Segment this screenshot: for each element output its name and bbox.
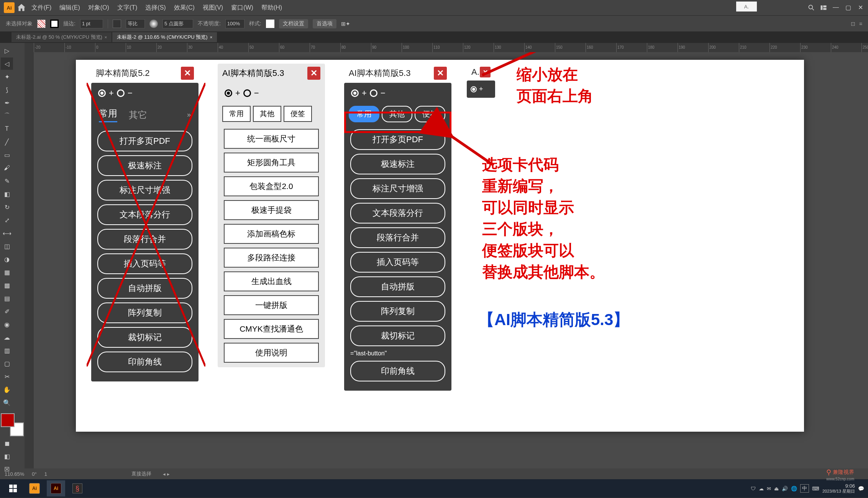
tray-icon[interactable]: 🛡 [751,486,756,491]
gradient-tool[interactable]: ▤ [1,292,13,304]
tray-icon[interactable]: ☁ [759,486,764,491]
tray-icon[interactable]: ⏏ [774,486,779,491]
script-button[interactable]: 印前角线 [350,361,445,381]
win-close-icon[interactable]: ✕ [857,4,864,12]
line-tool[interactable]: ╱ [1,136,13,148]
menu-select[interactable]: 选择(S) [142,2,169,13]
mini-docked-panel[interactable]: A. [736,2,757,12]
radio-sub[interactable] [370,89,377,97]
magic-wand-tool[interactable]: ✦ [1,71,13,83]
slice-tool[interactable]: ✂ [1,370,13,383]
close-button[interactable]: ✕ [307,67,320,80]
shape-builder-tool[interactable]: ◑ [1,253,13,265]
stroke-swatch[interactable] [50,20,59,28]
artboard-tool[interactable]: ▢ [1,357,13,370]
panel-toggle-icon[interactable]: ⊡ [851,21,855,27]
tray-volume-icon[interactable]: 🔊 [782,486,788,491]
script-button[interactable]: 文本段落分行 [350,203,445,224]
script-button[interactable]: 一键拼版 [224,295,319,315]
opacity-input[interactable] [225,19,244,28]
script-button[interactable]: 插入页码等 [350,252,445,273]
zoom-level[interactable]: 110.65% [5,471,24,477]
radio-sub[interactable] [243,89,251,97]
mesh-tool[interactable]: ▩ [1,279,13,291]
chevron-icon[interactable]: » [187,111,191,119]
selection-tool[interactable]: ▷ [1,44,13,57]
tray-icon[interactable]: ✉ [767,486,771,491]
brush-tool[interactable]: 🖌 [1,162,13,174]
search-icon[interactable] [807,4,815,12]
tab-doc-1[interactable]: 未标题-2.ai @ 50 % (CMYK/CPU 预览)× [11,32,112,42]
tab-common[interactable]: 常用 [222,106,251,122]
menu-effect[interactable]: 效果(C) [171,2,198,13]
win-min-icon[interactable]: — [832,4,840,12]
panel-menu-icon[interactable]: ≡ [859,21,862,27]
scale-tool[interactable]: ⤢ [1,214,13,226]
win-max-icon[interactable]: ▢ [844,4,852,12]
close-button[interactable]: ✕ [181,67,194,80]
script-button[interactable]: 插入页码等 [97,253,192,274]
close-icon[interactable]: × [210,35,212,39]
script-button[interactable]: 段落行合并 [97,229,192,250]
radio-add[interactable] [98,89,106,97]
script-button[interactable]: 多段路径连接 [224,248,319,268]
menu-help[interactable]: 帮助(H) [258,2,285,13]
script-button[interactable]: 打开多页PDF [97,131,192,151]
stroke-weight-input[interactable] [80,19,103,28]
rectangle-tool[interactable]: ▭ [1,149,13,161]
hand-tool[interactable]: ✋ [1,383,13,396]
script-button[interactable]: 生成出血线 [224,271,319,291]
artboard-nav[interactable]: 1 [44,471,47,477]
home-icon[interactable] [16,3,26,13]
canvas[interactable]: 脚本精简版5.2 ✕ + − 常用 [34,52,868,468]
tab-other[interactable]: 其他 [253,106,281,122]
radio-add[interactable] [225,89,232,97]
graph-tool[interactable]: ▥ [1,344,13,357]
curvature-tool[interactable]: ⌒ [1,110,13,122]
clock[interactable]: 9:06 2023/8/13 星期日 [822,483,855,494]
script-button[interactable]: 阵列复制 [350,301,445,322]
tab-other[interactable]: 其他 [382,106,412,122]
eyedropper-tool[interactable]: ✐ [1,305,13,317]
script-button[interactable]: 印前角线 [97,352,192,372]
varwidth-swatch[interactable] [113,20,121,28]
script-button[interactable]: 裁切标记 [97,327,192,348]
menu-edit[interactable]: 编辑(E) [56,2,83,13]
tab-other[interactable]: 其它 [129,109,147,121]
script-button[interactable]: 使用说明 [224,343,319,363]
blend-tool[interactable]: ◉ [1,318,13,330]
close-icon[interactable]: × [105,35,107,39]
script-button[interactable]: 文本段落分行 [97,204,192,225]
brush-input[interactable] [162,19,193,28]
shaper-tool[interactable]: ✎ [1,175,13,187]
script-button[interactable]: 段落行合并 [350,227,445,248]
doc-setup-button[interactable]: 文档设置 [279,19,308,28]
eraser-tool[interactable]: ◧ [1,188,13,200]
tray-network-icon[interactable]: 🌐 [791,486,797,491]
start-button[interactable] [4,480,22,496]
menu-object[interactable]: 对象(O) [85,2,112,13]
script-button[interactable]: 自动拼版 [350,276,445,297]
type-tool[interactable]: T [1,123,13,135]
tab-common[interactable]: 常用 [99,107,117,122]
tab-doc-2[interactable]: 未标题-2 @ 110.65 % (CMYK/CPU 预览)× [112,32,217,42]
fill-swatch[interactable] [37,20,46,28]
taskbar-app-ai-2[interactable]: Ai [47,480,65,496]
script-button[interactable]: 标注尺寸增强 [350,178,445,199]
menu-type[interactable]: 文字(T) [114,2,140,13]
width-tool[interactable]: ⟷ [1,227,13,239]
menu-view[interactable]: 视图(V) [200,2,226,13]
pen-tool[interactable]: ✒ [1,97,13,109]
fill-mode-color[interactable]: ◼ [1,437,13,449]
direct-selection-tool[interactable]: ◁ [1,58,13,70]
script-button[interactable]: 矩形圆角工具 [224,153,319,173]
notifications-icon[interactable]: 💬 [858,486,864,491]
perspective-tool[interactable]: ▦ [1,266,13,278]
script-button[interactable]: 打开多页PDF [350,129,445,150]
close-button[interactable]: ✕ [480,67,491,77]
script-button[interactable]: 裁切标记 [350,325,445,346]
free-transform-tool[interactable]: ◫ [1,240,13,252]
script-button[interactable]: 自动拼版 [97,278,192,299]
script-button[interactable]: 统一画板尺寸 [224,129,319,149]
script-button[interactable]: 添加画稿色标 [224,224,319,244]
